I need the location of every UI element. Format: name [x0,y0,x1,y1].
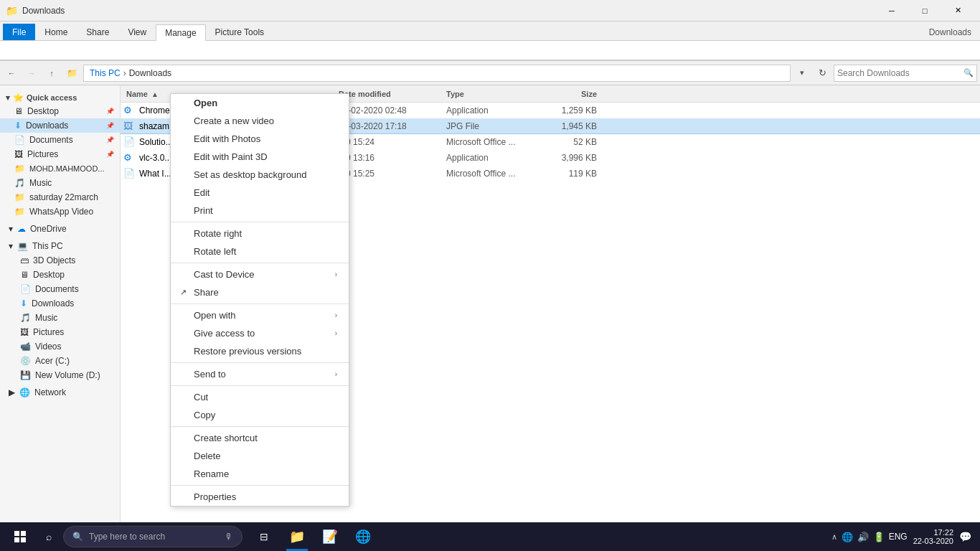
desktop-icon: 🖥 [20,270,29,280]
ctx-open-with[interactable]: Open with › [171,306,349,324]
taskbar-search-box[interactable]: 🔍 Type here to search 🎙 [63,526,242,547]
tab-picture-tools[interactable]: Picture Tools [206,24,273,40]
forward-button[interactable]: → [23,65,40,82]
col-size-header[interactable]: Size [540,90,597,98]
tab-home[interactable]: Home [35,24,77,40]
sidebar-item-pictures[interactable]: 🖼 Pictures [0,325,120,339]
tab-view[interactable]: View [118,24,156,40]
col-date-header[interactable]: Date modified [339,90,446,98]
language-indicator[interactable]: ENG [889,532,908,542]
sidebar-item-pictures-quick[interactable]: 🖼 Pictures 📌 [0,147,120,161]
sidebar-quickaccess-header[interactable]: ▾ ⭐ Quick access [0,88,120,104]
ctx-create-video[interactable]: Create a new video [171,112,349,130]
ctx-edit[interactable]: Edit [171,184,349,202]
onedrive-label: OneDrive [30,224,67,234]
context-menu: Open Create a new video Edit with Photos… [170,93,349,507]
path-thispc[interactable]: This PC [90,68,121,78]
sidebar-item-downloads[interactable]: ⬇ Downloads [0,296,120,311]
taskbar-clock[interactable]: 17:22 22-03-2020 [913,528,953,545]
chevron-up-icon[interactable]: ∧ [831,532,837,542]
sidebar-item-acerc[interactable]: 💿 Acer (C:) [0,354,120,368]
sidebar-item-saturday[interactable]: 📁 saturday 22march [0,190,120,204]
pin-icon: 📌 [106,136,114,143]
ctx-give-access-label: Give access to [194,328,255,339]
ctx-rotate-left[interactable]: Rotate left [171,242,349,260]
ctx-edit-photos[interactable]: Edit with Photos [171,130,349,148]
sidebar-item-videos[interactable]: 📹 Videos [0,339,120,354]
sidebar-item-documents-quick[interactable]: 📄 Documents 📌 [0,133,120,147]
search-icon: 🔍 [963,68,974,77]
sound-icon[interactable]: 🔊 [857,532,869,542]
ctx-print[interactable]: Print [171,202,349,220]
sidebar-item-music[interactable]: 🎵 Music [0,311,120,325]
ctx-edit-paint3d-label: Edit with Paint 3D [194,151,268,162]
sidebar-item-label: Videos [35,342,61,352]
notification-icon[interactable]: 💬 [959,531,971,542]
tab-file[interactable]: File [3,24,35,40]
ctx-give-access[interactable]: Give access to › [171,324,349,342]
search-input[interactable] [837,68,971,78]
sidebar-item-3dobjects[interactable]: 🗃 3D Objects [0,253,120,268]
ctx-cast[interactable]: Cast to Device › [171,265,349,283]
thispc-label: This PC [32,241,63,251]
path-downloads[interactable]: Downloads [129,68,171,78]
sidebar-item-desktop[interactable]: 🖥 Desktop [0,268,120,282]
tab-share[interactable]: Share [77,24,118,40]
sidebar-item-network[interactable]: ▶ 🌐 Network [0,385,120,400]
minimize-button[interactable]: ─ [875,0,908,22]
up-button[interactable]: ↑ [43,65,60,82]
start-button[interactable] [3,522,37,551]
close-button[interactable]: ✕ [941,0,974,22]
sidebar-item-desktop-quick[interactable]: 🖥 Desktop 📌 [0,104,120,118]
col-type-header[interactable]: Type [446,90,540,98]
ctx-edit-paint3d[interactable]: Edit with Paint 3D [171,148,349,166]
address-input[interactable]: This PC › Downloads [83,65,791,82]
thispc-icon: 💻 [17,241,28,251]
quickaccess-label: Quick access [27,93,77,102]
ctx-rotate-left-label: Rotate left [194,246,236,257]
sidebar-item-music-quick[interactable]: 🎵 Music [0,176,120,190]
sidebar-item-label: Documents [29,135,73,145]
windows-logo-icon [14,531,26,542]
ctx-send-to[interactable]: Send to › [171,365,349,383]
network-icon: 🌐 [19,387,30,397]
sidebar-item-mohd[interactable]: 📁 MOHD.MAHMOOD... [0,161,120,176]
network-taskbar-icon[interactable]: 🌐 [842,532,853,542]
sidebar-item-documents[interactable]: 📄 Documents [0,282,120,296]
ctx-open[interactable]: Open [171,94,349,112]
taskbar: ⌕ 🔍 Type here to search 🎙 ⊟ 📁 📝 🌐 ∧ 🌐 🔊 … [0,522,980,551]
ctx-rotate-right[interactable]: Rotate right [171,225,349,242]
sidebar-item-newvolumed[interactable]: 💾 New Volume (D:) [0,368,120,382]
ctx-restore[interactable]: Restore previous versions [171,342,349,360]
sidebar-item-onedrive[interactable]: ▾ ☁ OneDrive [0,222,120,236]
sidebar-item-downloads-quick[interactable]: ⬇ Downloads 📌 [0,118,120,133]
ctx-open-with-label: Open with [194,310,236,321]
back-button[interactable]: ← [3,65,20,82]
ctx-create-shortcut[interactable]: Create shortcut [171,429,349,447]
file-explorer-taskbar-button[interactable]: 📁 [281,522,313,551]
pin-icon: 📌 [106,108,114,115]
ctx-delete[interactable]: Delete [171,447,349,465]
sidebar-item-thispc-header[interactable]: ▾ 💻 This PC [0,239,120,253]
sidebar-item-whatsapp[interactable]: 📁 WhatsApp Video [0,204,120,219]
word-taskbar-button[interactable]: 📝 [314,522,346,551]
search-box[interactable]: 🔍 [834,65,977,82]
refresh-button[interactable]: ↻ [814,65,831,82]
ctx-properties[interactable]: Properties [171,488,349,506]
ctx-share[interactable]: ↗ Share [171,283,349,301]
chrome-taskbar-button[interactable]: 🌐 [347,522,379,551]
battery-icon[interactable]: 🔋 [873,532,885,542]
sidebar-section-thispc: ▾ 💻 This PC 🗃 3D Objects 🖥 Desktop 📄 Doc… [0,239,120,382]
ctx-cut[interactable]: Cut [171,388,349,406]
tab-manage[interactable]: Manage [156,24,205,41]
ctx-set-background[interactable]: Set as desktop background [171,166,349,184]
ctx-rename[interactable]: Rename [171,465,349,483]
maximize-button[interactable]: □ [908,0,941,22]
ctx-separator-6 [171,426,349,427]
word-icon: 📝 [322,529,338,545]
file-date: 22-03-2020 17:18 [339,121,446,131]
dropdown-button[interactable]: ▾ [793,65,811,82]
ctx-copy[interactable]: Copy [171,406,349,424]
task-view-button[interactable]: ⊟ [248,522,280,551]
search-button[interactable]: ⌕ [37,522,60,551]
